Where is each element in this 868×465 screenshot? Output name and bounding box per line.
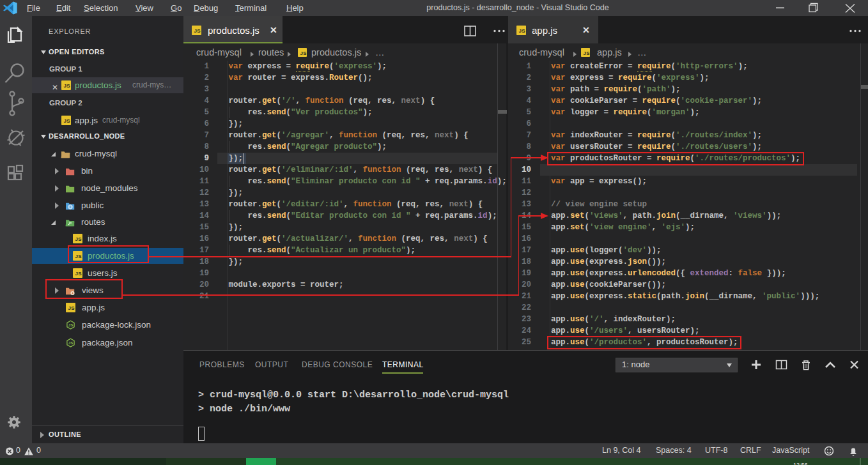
svg-text:JS: JS bbox=[68, 323, 73, 327]
svg-text:JS: JS bbox=[68, 341, 73, 345]
